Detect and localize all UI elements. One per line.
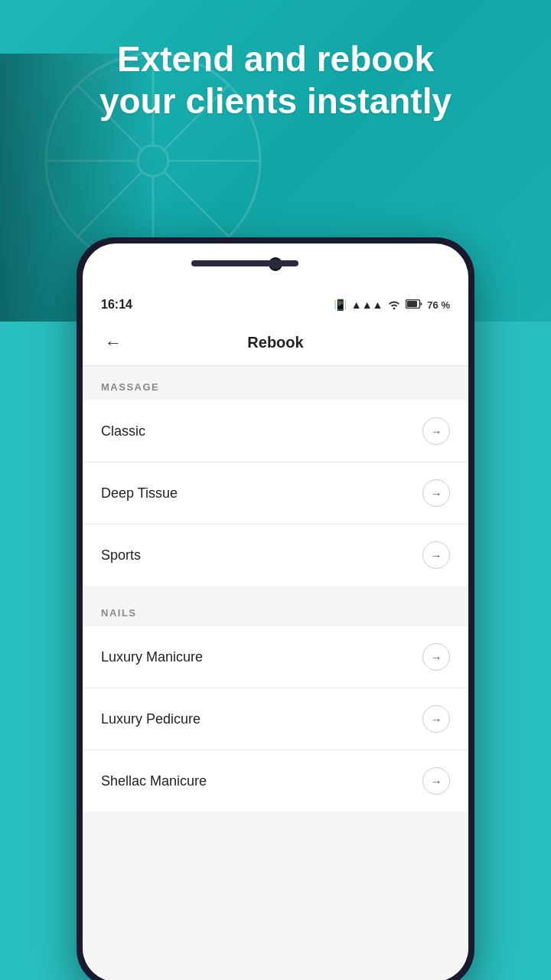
status-bar: 16:14 📳 ▲▲▲ 76 % xyxy=(83,289,468,320)
item-label-luxury-manicure: Luxury Manicure xyxy=(101,649,203,665)
vibrate-icon: 📳 xyxy=(334,299,347,311)
list-item-classic[interactable]: Classic → xyxy=(83,400,468,462)
wifi-icon xyxy=(387,299,401,312)
headline-line1: Extend and rebook xyxy=(117,39,434,79)
item-label-classic: Classic xyxy=(101,423,145,439)
section-header-massage: MASSAGE xyxy=(83,366,468,400)
arrow-icon-luxury-manicure: → xyxy=(422,643,450,671)
list-item-luxury-pedicure[interactable]: Luxury Pedicure → xyxy=(83,688,468,750)
battery-icon xyxy=(406,299,422,311)
list-item-sports[interactable]: Sports → xyxy=(83,524,468,586)
list-content[interactable]: MASSAGE Classic → Deep Tissue → Sports → xyxy=(83,366,468,980)
list-item-shellac-manicure[interactable]: Shellac Manicure → xyxy=(83,750,468,812)
back-button[interactable]: ← xyxy=(98,328,129,358)
back-arrow-icon: ← xyxy=(105,333,122,353)
section-header-nails: NAILS xyxy=(83,592,468,626)
svg-rect-14 xyxy=(407,301,417,307)
arrow-icon-luxury-pedicure: → xyxy=(422,705,450,733)
app-content: ← Rebook MASSAGE Classic → Deep Tissue → xyxy=(83,320,468,980)
svg-line-7 xyxy=(164,172,229,237)
signal-icon: ▲▲▲ xyxy=(351,299,383,311)
battery-percent: 76 % xyxy=(427,299,450,311)
arrow-icon-shellac-manicure: → xyxy=(422,767,450,795)
header-text: Extend and rebook your clients instantly xyxy=(0,38,551,122)
item-label-sports: Sports xyxy=(101,547,141,564)
nav-title: Rebook xyxy=(129,334,422,351)
item-label-luxury-pedicure: Luxury Pedicure xyxy=(101,711,201,727)
nails-section: Luxury Manicure → Luxury Pedicure → Shel… xyxy=(83,626,468,812)
phone-speaker xyxy=(191,260,298,266)
phone-inner: 16:14 📳 ▲▲▲ 76 % ← Rebook xyxy=(83,243,468,980)
list-item-luxury-manicure[interactable]: Luxury Manicure → xyxy=(83,626,468,688)
massage-section: Classic → Deep Tissue → Sports → xyxy=(83,400,468,586)
phone-mockup: 16:14 📳 ▲▲▲ 76 % ← Rebook xyxy=(77,237,474,980)
arrow-icon-deep-tissue: → xyxy=(422,479,450,507)
status-time: 16:14 xyxy=(101,298,132,312)
arrow-icon-classic: → xyxy=(422,417,450,445)
item-label-deep-tissue: Deep Tissue xyxy=(101,485,178,501)
nav-bar: ← Rebook xyxy=(83,320,468,366)
arrow-icon-sports: → xyxy=(422,541,450,569)
status-icons: 📳 ▲▲▲ 76 % xyxy=(334,299,450,312)
item-label-shellac-manicure: Shellac Manicure xyxy=(101,773,207,789)
list-item-deep-tissue[interactable]: Deep Tissue → xyxy=(83,462,468,524)
headline-line2: your clients instantly xyxy=(99,81,452,121)
headline: Extend and rebook your clients instantly xyxy=(46,38,505,122)
